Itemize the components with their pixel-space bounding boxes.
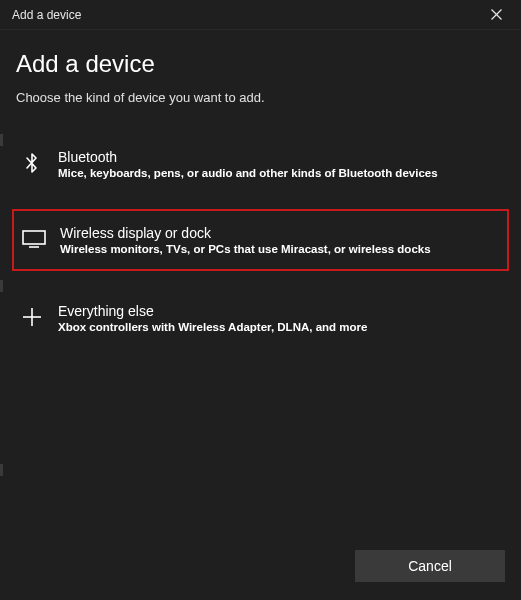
close-button[interactable] [483,2,509,28]
option-desc: Mice, keyboards, pens, or audio and othe… [58,167,495,179]
monitor-icon [22,227,46,251]
option-everything-else[interactable]: Everything else Xbox controllers with Wi… [16,289,505,347]
page-subtitle: Choose the kind of device you want to ad… [16,90,505,105]
option-text: Bluetooth Mice, keyboards, pens, or audi… [58,149,495,179]
titlebar: Add a device [0,0,521,30]
divider-tick [0,280,3,292]
option-text: Everything else Xbox controllers with Wi… [58,303,495,333]
page-title: Add a device [16,50,505,78]
content: Add a device Choose the kind of device y… [0,30,521,363]
option-wireless-display[interactable]: Wireless display or dock Wireless monito… [12,209,509,271]
option-desc: Xbox controllers with Wireless Adapter, … [58,321,495,333]
option-title: Everything else [58,303,495,319]
cancel-button[interactable]: Cancel [355,550,505,582]
bluetooth-icon [20,151,44,175]
option-title: Bluetooth [58,149,495,165]
close-icon [491,6,502,24]
plus-icon [20,305,44,329]
divider-tick [0,134,3,146]
option-bluetooth[interactable]: Bluetooth Mice, keyboards, pens, or audi… [16,135,505,193]
divider-tick [0,464,3,476]
device-options: Bluetooth Mice, keyboards, pens, or audi… [16,135,505,363]
footer: Cancel [355,550,505,582]
svg-rect-2 [23,231,45,244]
window-title: Add a device [12,8,81,22]
option-title: Wireless display or dock [60,225,499,241]
option-text: Wireless display or dock Wireless monito… [60,225,499,255]
option-desc: Wireless monitors, TVs, or PCs that use … [60,243,499,255]
